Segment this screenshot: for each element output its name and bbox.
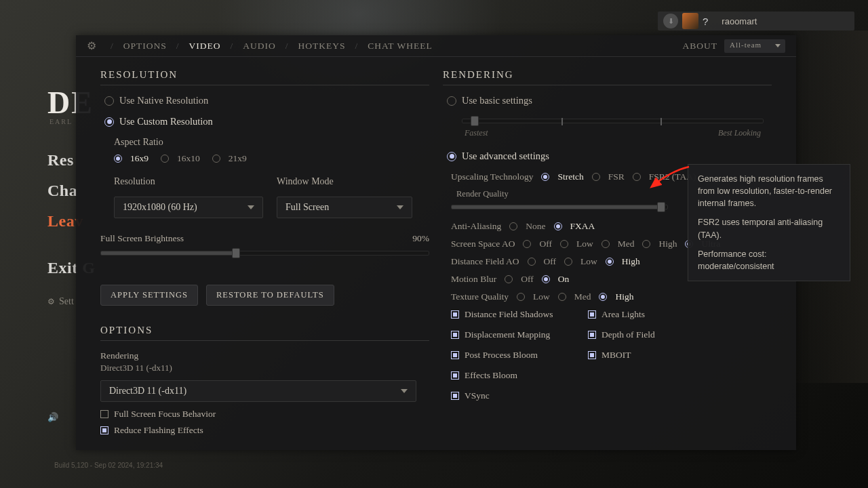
brightness-label: Full Screen Brightness — [100, 233, 184, 244]
resolution-dropdown[interactable]: 1920x1080 (60 Hz) — [114, 197, 263, 218]
radio-mblur-off[interactable] — [505, 275, 513, 283]
tab-hotkeys[interactable]: HOTKEYS — [298, 41, 346, 52]
download-icon[interactable]: ⬇ — [663, 14, 678, 28]
settings-tabs: ⚙ / OPTIONS / VIDEO / AUDIO / HOTKEYS / … — [76, 35, 796, 57]
fullscreen-focus-label: Full Screen Focus Behavior — [114, 409, 216, 420]
chk-effects-bloom[interactable] — [451, 371, 459, 380]
apply-settings-button[interactable]: APPLY SETTINGS — [100, 285, 198, 306]
slider-label-fastest: Fastest — [465, 128, 488, 138]
radio-stretch[interactable] — [541, 173, 549, 181]
top-status-bar: ⬇ ? raoomart — [658, 12, 854, 30]
restore-defaults-button[interactable]: RESTORE TO DEFAULTS — [206, 285, 334, 306]
basic-quality-slider[interactable] — [462, 116, 764, 125]
username: raoomart — [722, 16, 757, 26]
rendering-checks: Distance Field Shadows Area Lights Displ… — [451, 309, 772, 407]
brightness-slider[interactable] — [100, 248, 429, 258]
tab-audio[interactable]: AUDIO — [243, 41, 276, 52]
resolution-title: RESOLUTION — [100, 69, 429, 81]
resolution-dropdown-label: Resolution — [114, 176, 263, 187]
tab-about[interactable]: ABOUT — [683, 41, 718, 52]
radio-21x9[interactable] — [212, 155, 220, 163]
build-string: Build 5,120 - Sep 02 2024, 19:21:34 — [54, 462, 163, 469]
aspect-ratio-label: Aspect Ratio — [114, 137, 429, 148]
rendering-api-dropdown[interactable]: Direct3D 11 (-dx11) — [100, 380, 416, 402]
window-mode-label: Window Mode — [277, 176, 412, 187]
radio-tex-med[interactable] — [558, 293, 566, 301]
chk-displacement[interactable] — [451, 331, 459, 339]
radio-basic-settings[interactable] — [447, 96, 456, 106]
native-resolution-label: Use Native Resolution — [119, 95, 208, 106]
radio-dfao-low[interactable] — [564, 258, 572, 266]
upscaling-tooltip: Generates high resolution frames from lo… — [688, 164, 850, 281]
left-column: RESOLUTION Use Native Resolution Use Cus… — [100, 69, 429, 450]
radio-ssao-off[interactable] — [523, 240, 531, 248]
chk-vsync[interactable] — [451, 392, 459, 400]
chk-dof[interactable] — [588, 331, 596, 339]
help-icon[interactable]: ? — [703, 16, 708, 27]
radio-fsr[interactable] — [592, 173, 600, 181]
radio-fsr2[interactable] — [633, 173, 641, 181]
reduce-flashing-label: Reduce Flashing Effects — [114, 425, 203, 436]
radio-16x10[interactable] — [161, 155, 169, 163]
rendering-opt-sub: Direct3D 11 (-dx11) — [100, 363, 429, 373]
chk-reduce-flashing[interactable] — [100, 426, 108, 434]
gear-icon[interactable]: ⚙ — [87, 39, 97, 52]
basic-settings-label: Use basic settings — [462, 95, 532, 106]
brightness-value: 90% — [412, 233, 429, 244]
render-quality-slider[interactable] — [451, 202, 668, 211]
tab-options[interactable]: OPTIONS — [123, 41, 167, 52]
radio-tex-high[interactable] — [599, 293, 607, 301]
window-mode-dropdown[interactable]: Full Screen — [277, 197, 412, 218]
radio-aa-fxaa[interactable] — [554, 222, 562, 230]
settings-panel: ⚙ / OPTIONS / VIDEO / AUDIO / HOTKEYS / … — [76, 35, 796, 450]
radio-advanced-settings[interactable] — [447, 152, 456, 161]
chevron-down-icon — [397, 205, 403, 209]
sound-icon[interactable]: 🔊 — [47, 412, 58, 423]
options-title: OPTIONS — [100, 325, 429, 336]
slider-label-best: Best Looking — [718, 128, 761, 138]
radio-tex-low[interactable] — [517, 293, 525, 301]
rendering-title: RENDERING — [443, 69, 772, 81]
chk-pp-bloom[interactable] — [451, 351, 459, 359]
avatar-icon[interactable] — [682, 13, 698, 29]
aspect-ratio-options: 16x9 16x10 21x9 — [114, 153, 429, 164]
radio-dfao-off[interactable] — [528, 258, 536, 266]
radio-ssao-low[interactable] — [560, 240, 568, 248]
chevron-down-icon — [401, 389, 408, 393]
tab-video[interactable]: VIDEO — [189, 41, 221, 52]
radio-ssao-high[interactable] — [642, 240, 650, 248]
chk-mboit[interactable] — [588, 351, 596, 359]
radio-mblur-on[interactable] — [542, 275, 550, 283]
advanced-settings-label: Use advanced settings — [462, 150, 549, 162]
upscaling-label: Upscaling Technology — [451, 171, 533, 182]
custom-resolution-label: Use Custom Resolution — [119, 116, 213, 127]
tab-chat-wheel[interactable]: CHAT WHEEL — [368, 41, 432, 52]
chk-area-lights[interactable] — [588, 310, 596, 319]
radio-dfao-high[interactable] — [606, 258, 614, 266]
rendering-opt-label: Rendering — [100, 350, 429, 361]
radio-native-resolution[interactable] — [104, 96, 114, 106]
team-dropdown[interactable]: All-team — [724, 39, 785, 53]
radio-16x9[interactable] — [114, 155, 122, 163]
radio-custom-resolution[interactable] — [104, 117, 114, 127]
chevron-down-icon — [248, 205, 254, 209]
radio-ssao-med[interactable] — [601, 240, 610, 248]
chk-fullscreen-focus[interactable] — [100, 410, 108, 418]
radio-aa-none[interactable] — [509, 222, 517, 230]
chk-df-shadows[interactable] — [451, 310, 459, 319]
